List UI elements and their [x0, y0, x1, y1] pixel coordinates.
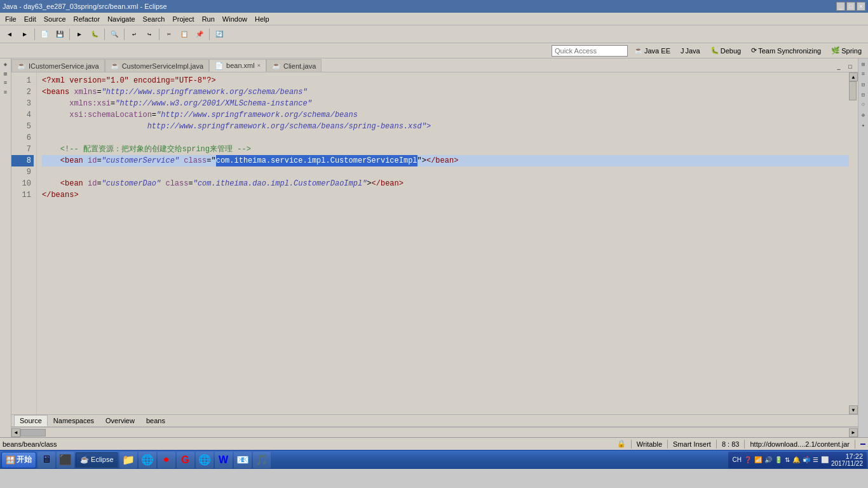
code-line-8: <bean id = "customerService" class = "co…	[42, 155, 849, 166]
menu-help[interactable]: Help	[251, 13, 273, 25]
toolbar: ◀ ▶ 📄 💾 ▶ 🐛 🔍 ↩ ↪ ✂ 📋 📌 🔄	[0, 25, 868, 43]
quick-access-input[interactable]	[552, 45, 628, 57]
perspective-debug[interactable]: 🐛 Debug	[707, 45, 745, 57]
menu-file[interactable]: File	[1, 13, 20, 25]
toolbar-refresh[interactable]: 🔄	[212, 27, 226, 41]
menu-project[interactable]: Project	[168, 13, 198, 25]
tab-close-beanxml[interactable]: ×	[257, 62, 261, 69]
perspective-java-ee[interactable]: ☕ Java EE	[630, 45, 674, 57]
minimize-btn[interactable]: _	[836, 2, 845, 11]
vscroll-track[interactable]	[849, 81, 858, 405]
tab-clientjava[interactable]: ☕ Client.java	[266, 59, 322, 72]
line-9: 9	[11, 166, 34, 178]
perspective-spring[interactable]: 🌿 Spring	[827, 45, 865, 57]
toolbar-sep1	[34, 29, 35, 40]
toolbar-back[interactable]: ◀	[3, 27, 17, 41]
taskbar-files-btn[interactable]: 📁	[119, 452, 137, 468]
tray-help[interactable]: ❓	[744, 456, 752, 463]
right-icon-4[interactable]: ⊡	[859, 90, 868, 99]
bottom-tab-overview[interactable]: Overview	[100, 415, 140, 426]
taskbar-chrome-btn[interactable]: 🌐	[196, 452, 214, 468]
tray-arrows[interactable]: ⇅	[785, 456, 790, 463]
right-icon-3[interactable]: ⊟	[859, 80, 868, 89]
hscroll-thumb[interactable]	[20, 429, 46, 437]
tray-network[interactable]: 📶	[754, 456, 762, 463]
vscroll-down[interactable]: ▼	[849, 405, 858, 414]
clock: 17:22 2017/11/22	[831, 452, 863, 467]
toolbar-forward[interactable]: ▶	[18, 27, 32, 41]
tray-notify3: ☰	[813, 456, 818, 463]
taskbar-terminal-btn[interactable]: ⬛	[57, 452, 74, 468]
menu-run[interactable]: Run	[198, 13, 219, 25]
status-jar: http://download....2.1/content.jar	[750, 440, 850, 448]
toolbar-new[interactable]: 📄	[37, 27, 51, 41]
taskbar-google-btn[interactable]: G	[177, 452, 194, 468]
toolbar-undo[interactable]: ↩	[127, 27, 141, 41]
right-icon-5[interactable]: ○	[859, 100, 868, 109]
menu-source[interactable]: Source	[40, 13, 70, 25]
menu-edit[interactable]: Edit	[20, 13, 40, 25]
taskbar-email-btn[interactable]: 📧	[234, 452, 252, 468]
sidebar-icon-1[interactable]: ◈	[1, 60, 10, 69]
toolbar-save[interactable]: 💾	[53, 27, 67, 41]
sidebar-icon-3[interactable]: ≡	[1, 79, 10, 88]
menu-refactor[interactable]: Refactor	[70, 13, 104, 25]
line-1: 1	[11, 75, 34, 86]
editor-vscrollbar[interactable]: ▲ ▼	[849, 72, 858, 414]
vscroll-thumb[interactable]	[849, 81, 857, 100]
toolbar-paste[interactable]: 📌	[193, 27, 207, 41]
window-controls[interactable]: _ □ ×	[836, 2, 865, 11]
right-icon-2[interactable]: ≡	[859, 70, 868, 79]
taskbar-desktop-btn[interactable]: 🖥	[37, 452, 55, 468]
tray-battery[interactable]: 🔋	[775, 456, 782, 463]
perspective-team-sync[interactable]: ⟳ Team Synchronizing	[747, 45, 825, 57]
tray-volume[interactable]: 🔊	[764, 456, 772, 463]
start-button[interactable]: 🪟 开始	[1, 452, 36, 468]
menu-bar: File Edit Source Refactor Navigate Searc…	[0, 13, 868, 25]
status-icon: 🔒	[617, 440, 626, 448]
tab-icon: ☕	[111, 62, 119, 70]
code-line-11: </beans>	[42, 189, 849, 201]
toolbar-run[interactable]: ▶	[72, 27, 86, 41]
toolbar-debug[interactable]: 🐛	[88, 27, 102, 41]
quick-access-bar: ☕ Java EE J Java 🐛 Debug ⟳ Team Synchron…	[0, 43, 868, 58]
right-icon-7[interactable]: ✦	[859, 121, 868, 130]
taskbar-app-btn[interactable]: ●	[158, 452, 175, 468]
sidebar-icon-2[interactable]: ⊞	[1, 69, 10, 78]
toolbar-cut[interactable]: ✂	[162, 27, 176, 41]
tab-icustomerservice[interactable]: ☕ ICustomerService.java	[11, 59, 105, 72]
tab-minimize-icon[interactable]: _	[834, 62, 844, 72]
close-btn[interactable]: ×	[857, 2, 865, 11]
menu-window[interactable]: Window	[219, 13, 251, 25]
toolbar-copy[interactable]: 📋	[177, 27, 191, 41]
tab-maximize-icon[interactable]: □	[845, 62, 855, 72]
toolbar-search[interactable]: 🔍	[107, 27, 121, 41]
tab-label: ICustomerService.java	[29, 62, 99, 70]
bottom-tab-source[interactable]: Source	[14, 415, 48, 426]
code-area[interactable]: <?xml version="1.0" encoding="UTF-8"?> <…	[37, 72, 849, 414]
bottom-tab-beans[interactable]: beans	[140, 415, 171, 426]
h-scrollbar[interactable]: ◀ ▶	[11, 427, 858, 437]
line-7: 7	[11, 144, 34, 155]
menu-navigate[interactable]: Navigate	[104, 13, 139, 25]
taskbar-word-btn[interactable]: W	[215, 452, 233, 468]
tab-customerserviceimpl[interactable]: ☕ CustomerServiceImpl.java	[105, 59, 209, 72]
hscroll-left[interactable]: ◀	[11, 428, 20, 437]
hscroll-right[interactable]: ▶	[849, 428, 858, 437]
menu-search[interactable]: Search	[139, 13, 169, 25]
perspective-java[interactable]: J Java	[677, 45, 704, 57]
maximize-btn[interactable]: □	[846, 2, 855, 11]
taskbar-browser1-btn[interactable]: 🌐	[139, 452, 156, 468]
vscroll-up[interactable]: ▲	[849, 72, 858, 81]
right-icon-1[interactable]: ⊞	[859, 60, 868, 69]
taskbar-eclipse-btn[interactable]: ☕ Eclipse	[76, 452, 118, 468]
sidebar-icon-4[interactable]: ≡	[1, 88, 10, 97]
editor-tabs: ☕ ICustomerService.java ☕ CustomerServic…	[11, 58, 858, 72]
bottom-tab-namespaces[interactable]: Namespaces	[48, 415, 100, 426]
tab-beanxml[interactable]: 📄 bean.xml ×	[209, 59, 266, 72]
right-icon-6[interactable]: ⊕	[859, 111, 868, 119]
hscroll-track[interactable]	[20, 429, 849, 437]
taskbar-media-btn[interactable]: 🎵	[253, 452, 271, 468]
toolbar-redo[interactable]: ↪	[142, 27, 156, 41]
clock-date: 2017/11/22	[831, 460, 863, 467]
